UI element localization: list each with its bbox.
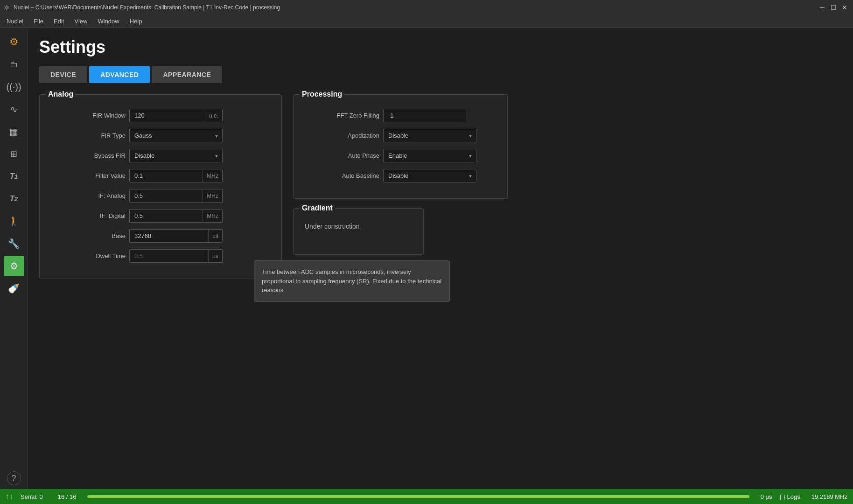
- fir-type-select[interactable]: Gauss Hanning Hamming Blackman: [129, 129, 223, 142]
- if-analog-unit: MHz: [203, 190, 222, 202]
- gradient-section: Gradient Under construction: [293, 208, 424, 255]
- sidebar-item-folder[interactable]: 🗀: [4, 54, 24, 75]
- sidebar-item-bar-chart[interactable]: ▦: [4, 121, 24, 142]
- analog-section-title: Analog: [45, 90, 76, 98]
- status-progress-fill: [87, 495, 749, 498]
- apodization-label: Apodization: [305, 132, 379, 139]
- bypass-fir-select-wrapper: Disable Enable ▼: [129, 149, 223, 162]
- fir-window-unit: u.e.: [205, 110, 222, 122]
- menu-edit[interactable]: Edit: [49, 16, 69, 27]
- bypass-fir-label: Bypass FIR: [51, 152, 126, 159]
- base-label: Base: [51, 232, 126, 239]
- auto-baseline-select[interactable]: Disable Enable: [383, 169, 476, 182]
- base-input-wrapper: bit: [129, 229, 223, 243]
- sidebar-item-chart[interactable]: ∿: [4, 99, 24, 119]
- sections-row: Analog FIR Window u.e. FIR Type: [39, 94, 842, 279]
- content-area: Settings DEVICE ADVANCED APPEARANCE Anal…: [28, 28, 853, 489]
- main-layout: ⚙ 🗀 ((·)) ∿ ▦ ⊞ T1 T2 🚶 🔧 ⚙ 🍼 ? Settings…: [0, 28, 853, 489]
- fir-window-row: FIR Window u.e.: [51, 109, 270, 122]
- if-analog-label: IF: Analog: [51, 192, 126, 199]
- fft-zero-filling-row: FFT Zero Filling: [305, 109, 496, 122]
- status-time: 0 μs: [761, 493, 772, 500]
- processing-section-title: Processing: [299, 90, 345, 98]
- menu-window[interactable]: Window: [93, 16, 124, 27]
- right-column: Processing FFT Zero Filling Apodization: [293, 94, 508, 279]
- status-logs[interactable]: { } Logs: [780, 493, 800, 500]
- auto-phase-select-wrapper: Enable Disable ▼: [383, 149, 476, 162]
- dwell-time-input[interactable]: [130, 250, 208, 262]
- sidebar-item-settings[interactable]: ⚙: [4, 256, 24, 276]
- sidebar-item-person[interactable]: 🚶: [4, 211, 24, 231]
- menu-help[interactable]: Help: [125, 16, 147, 27]
- tooltip-text: Time between ADC samples in microseconds…: [262, 268, 441, 294]
- sidebar-item-t1[interactable]: T1: [4, 166, 24, 187]
- apodization-select-wrapper: Disable Enable ▼: [383, 129, 476, 142]
- analog-section: Analog FIR Window u.e. FIR Type: [39, 94, 282, 279]
- filter-value-row: Filter Value MHz: [51, 169, 270, 182]
- gradient-section-title: Gradient: [299, 204, 336, 212]
- fir-window-input[interactable]: [130, 109, 205, 122]
- if-analog-input[interactable]: [130, 189, 203, 202]
- if-analog-row: IF: Analog MHz: [51, 189, 270, 203]
- dwell-time-unit: μs: [208, 250, 222, 262]
- if-digital-row: IF: Digital MHz: [51, 209, 270, 223]
- menu-nuclei[interactable]: Nuclei: [2, 16, 28, 27]
- if-digital-label: IF: Digital: [51, 212, 126, 219]
- fir-window-input-wrapper: u.e.: [129, 109, 223, 122]
- tab-advanced[interactable]: ADVANCED: [89, 66, 150, 83]
- menu-file[interactable]: File: [29, 16, 48, 27]
- page-title: Settings: [39, 37, 842, 57]
- auto-baseline-label: Auto Baseline: [305, 172, 379, 179]
- base-input[interactable]: [130, 230, 208, 242]
- title-bar-icon: ⚛: [4, 4, 10, 11]
- sidebar: ⚙ 🗀 ((·)) ∿ ▦ ⊞ T1 T2 🚶 🔧 ⚙ 🍼 ?: [0, 28, 28, 489]
- tab-device[interactable]: DEVICE: [39, 66, 87, 83]
- under-construction-text: Under construction: [305, 223, 360, 230]
- menu-bar: Nuclei File Edit View Window Help: [0, 15, 853, 28]
- filter-value-input[interactable]: [130, 169, 203, 182]
- sidebar-item-dashboard[interactable]: ⊞: [4, 144, 24, 164]
- sidebar-item-signal[interactable]: ((·)): [4, 77, 24, 97]
- menu-view[interactable]: View: [70, 16, 92, 27]
- maximize-button[interactable]: ☐: [829, 3, 838, 12]
- if-analog-input-wrapper: MHz: [129, 189, 223, 203]
- bypass-fir-select[interactable]: Disable Enable: [129, 149, 223, 162]
- fir-type-label: FIR Type: [51, 132, 126, 139]
- title-bar: ⚛ Nuclei – C:\Users\WAR\Documents\Nuclei…: [0, 0, 853, 15]
- fir-type-row: FIR Type Gauss Hanning Hamming Blackman …: [51, 129, 270, 142]
- sidebar-item-t2[interactable]: T2: [4, 189, 24, 209]
- sidebar-item-device[interactable]: 🔧: [4, 233, 24, 254]
- tooltip-box: Time between ADC samples in microseconds…: [254, 260, 450, 302]
- fir-type-select-wrapper: Gauss Hanning Hamming Blackman ▼: [129, 129, 223, 142]
- status-progress-bar-container: [87, 495, 749, 498]
- tab-appearance[interactable]: APPEARANCE: [152, 66, 222, 83]
- apodization-select[interactable]: Disable Enable: [383, 129, 476, 142]
- if-digital-input-wrapper: MHz: [129, 209, 223, 223]
- if-digital-input[interactable]: [130, 210, 203, 222]
- close-button[interactable]: ✕: [840, 3, 849, 12]
- fft-zero-filling-input[interactable]: [383, 109, 467, 122]
- fir-window-label: FIR Window: [51, 112, 126, 119]
- dwell-time-label: Dwell Time: [51, 252, 126, 259]
- dwell-time-row: Dwell Time μs: [51, 249, 270, 263]
- base-unit: bit: [208, 230, 222, 242]
- dwell-time-input-wrapper: μs: [129, 249, 223, 263]
- processing-section: Processing FFT Zero Filling Apodization: [293, 94, 508, 199]
- sidebar-item-logo[interactable]: ⚙: [4, 32, 24, 52]
- auto-baseline-select-wrapper: Disable Enable ▼: [383, 169, 476, 182]
- status-bar: ↑↓ Serial: 0 16 / 16 0 μs { } Logs 19.21…: [0, 489, 853, 504]
- filter-value-unit: MHz: [203, 170, 222, 182]
- fft-zero-filling-label: FFT Zero Filling: [305, 112, 379, 119]
- apodization-row: Apodization Disable Enable ▼: [305, 129, 496, 142]
- arrows-icon: ↑↓: [6, 492, 13, 501]
- if-digital-unit: MHz: [203, 210, 222, 222]
- auto-phase-row: Auto Phase Enable Disable ▼: [305, 149, 496, 162]
- tabs: DEVICE ADVANCED APPEARANCE: [39, 66, 842, 83]
- auto-phase-select[interactable]: Enable Disable: [383, 149, 476, 162]
- filter-value-input-wrapper: MHz: [129, 169, 223, 182]
- auto-phase-label: Auto Phase: [305, 152, 379, 159]
- sidebar-item-help[interactable]: ?: [7, 471, 21, 485]
- auto-baseline-row: Auto Baseline Disable Enable ▼: [305, 169, 496, 182]
- sidebar-item-baby[interactable]: 🍼: [4, 278, 24, 299]
- minimize-button[interactable]: ─: [818, 3, 827, 12]
